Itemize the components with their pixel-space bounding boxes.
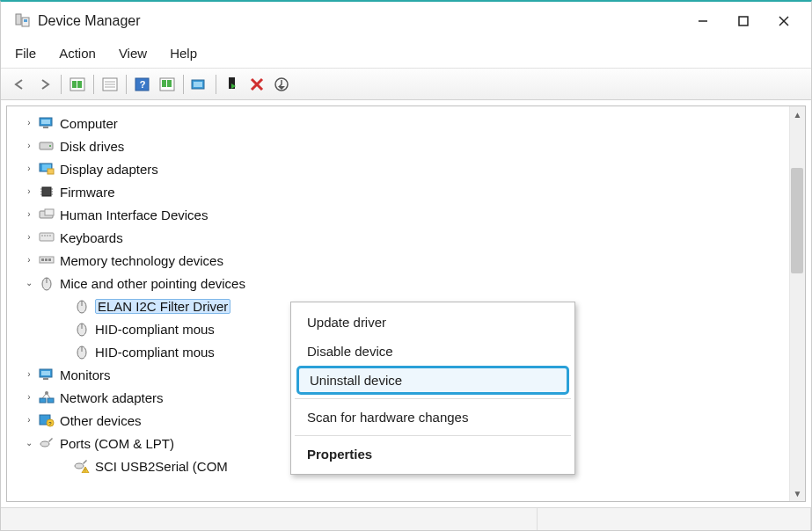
tree-node[interactable]: ›Computer — [18, 112, 805, 135]
mouse-icon — [39, 275, 55, 291]
tree-node-label: Display adapters — [60, 163, 158, 176]
statusbar — [1, 507, 811, 530]
tree-node[interactable]: ›Keyboards — [18, 226, 805, 249]
update-driver-button[interactable] — [187, 73, 212, 96]
chevron-right-icon[interactable]: › — [23, 163, 35, 175]
minimize-button[interactable] — [683, 6, 723, 36]
device-tree-pane: ›Computer›Disk drives›Display adapters›F… — [6, 105, 806, 502]
scan-for-changes-button[interactable] — [269, 73, 294, 96]
svg-rect-0 — [16, 14, 21, 25]
menu-help[interactable]: Help — [166, 44, 201, 62]
svg-rect-46 — [49, 235, 51, 236]
toolbar-separator — [216, 75, 216, 94]
back-button[interactable] — [8, 73, 33, 96]
tree-node-label: SCI USB2Serial (COM — [95, 460, 228, 473]
toolbar-separator — [61, 75, 62, 94]
monitor-icon — [39, 367, 55, 382]
context-menu: Update driverDisable deviceUninstall dev… — [290, 302, 575, 475]
tree-node-label: Firmware — [60, 185, 115, 199]
svg-rect-33 — [42, 187, 51, 196]
tree-node-label: ELAN I2C Filter Driver — [95, 299, 230, 314]
status-segment — [538, 508, 811, 530]
menu-view[interactable]: View — [115, 44, 150, 62]
svg-rect-42 — [40, 233, 54, 241]
svg-rect-17 — [162, 80, 166, 87]
chevron-down-icon[interactable]: ⌄ — [23, 437, 35, 449]
tree-node-label: Other devices — [60, 414, 142, 427]
maximize-button[interactable] — [723, 6, 764, 36]
tree-node[interactable]: ›Human Interface Devices — [18, 203, 805, 226]
context-menu-item[interactable]: Update driver — [291, 308, 574, 337]
tree-node[interactable]: ›Display adapters — [18, 157, 805, 180]
svg-point-29 — [49, 145, 51, 147]
tree-node-label: HID-compliant mous — [95, 346, 215, 359]
svg-rect-43 — [41, 235, 43, 236]
chevron-right-icon[interactable]: › — [23, 414, 35, 426]
tree-node-label: Disk drives — [60, 140, 124, 153]
svg-rect-61 — [43, 378, 48, 380]
chevron-right-icon[interactable]: › — [23, 185, 35, 198]
chevron-right-icon[interactable]: › — [23, 140, 35, 152]
scroll-thumb[interactable] — [791, 168, 803, 273]
context-menu-item[interactable]: Disable device — [291, 337, 574, 366]
display-icon — [39, 161, 55, 177]
chevron-right-icon[interactable]: › — [23, 117, 35, 129]
chevron-right-icon[interactable]: › — [23, 368, 35, 381]
uninstall-device-button[interactable] — [245, 73, 269, 96]
tree-node-label: Ports (COM & LPT) — [60, 437, 174, 450]
status-segment — [1, 508, 538, 530]
svg-rect-48 — [41, 258, 44, 261]
tree-node[interactable]: ⌄Mice and other pointing devices — [18, 272, 805, 295]
show-hide-console-tree-button[interactable] — [65, 73, 90, 96]
memory-icon — [39, 252, 55, 268]
chevron-down-icon[interactable]: ⌄ — [23, 277, 35, 289]
app-icon — [13, 12, 31, 30]
scan-hardware-button[interactable] — [155, 73, 179, 96]
close-button[interactable] — [764, 6, 804, 36]
toolbar-separator — [93, 75, 94, 94]
svg-rect-60 — [41, 371, 50, 375]
chevron-right-icon[interactable]: › — [23, 231, 35, 244]
menu-action[interactable]: Action — [55, 44, 99, 62]
context-menu-item[interactable]: Properties — [291, 440, 574, 469]
svg-text:!: ! — [84, 468, 85, 473]
svg-rect-32 — [48, 169, 54, 174]
tree-node[interactable]: ›Firmware — [18, 180, 805, 203]
chevron-right-icon[interactable]: › — [23, 208, 35, 221]
tree-node[interactable]: ›Disk drives — [18, 135, 805, 157]
tree-node-label: Mice and other pointing devices — [60, 277, 245, 290]
tree-node-label: Network adapters — [60, 391, 164, 404]
tree-node-label: Monitors — [60, 368, 111, 382]
menu-file[interactable]: File — [11, 44, 40, 62]
network-icon — [39, 389, 55, 405]
tree-node-label: HID-compliant mous — [95, 323, 215, 336]
svg-rect-44 — [44, 235, 46, 236]
content-area: ›Computer›Disk drives›Display adapters›F… — [1, 99, 811, 507]
context-menu-separator — [295, 435, 571, 436]
mouse-icon — [74, 344, 90, 360]
toolbar-separator — [183, 75, 184, 94]
forward-button[interactable] — [33, 73, 57, 96]
svg-rect-41 — [45, 209, 54, 215]
svg-point-71 — [75, 463, 84, 469]
svg-rect-63 — [48, 398, 54, 403]
chevron-right-icon[interactable]: › — [23, 391, 35, 404]
disk-icon — [39, 138, 55, 154]
context-menu-item[interactable]: Uninstall device — [296, 366, 569, 395]
mouse-icon — [74, 298, 90, 314]
keyboard-icon — [39, 229, 55, 245]
help-button[interactable]: ? — [130, 73, 155, 96]
context-menu-item[interactable]: Scan for hardware changes — [291, 403, 574, 432]
svg-point-66 — [45, 391, 48, 395]
chevron-right-icon[interactable]: › — [23, 254, 35, 266]
enable-device-button[interactable] — [220, 73, 245, 96]
vertical-scrollbar[interactable]: ▲ ▼ — [789, 106, 805, 501]
scroll-down-button[interactable]: ▼ — [790, 485, 805, 501]
titlebar: Device Manager — [1, 2, 811, 40]
window-controls — [683, 6, 804, 36]
properties-button[interactable] — [98, 73, 122, 96]
svg-rect-2 — [24, 19, 27, 22]
svg-rect-9 — [77, 81, 82, 88]
scroll-up-button[interactable]: ▲ — [790, 106, 805, 122]
tree-node[interactable]: ›Memory technology devices — [18, 249, 805, 272]
